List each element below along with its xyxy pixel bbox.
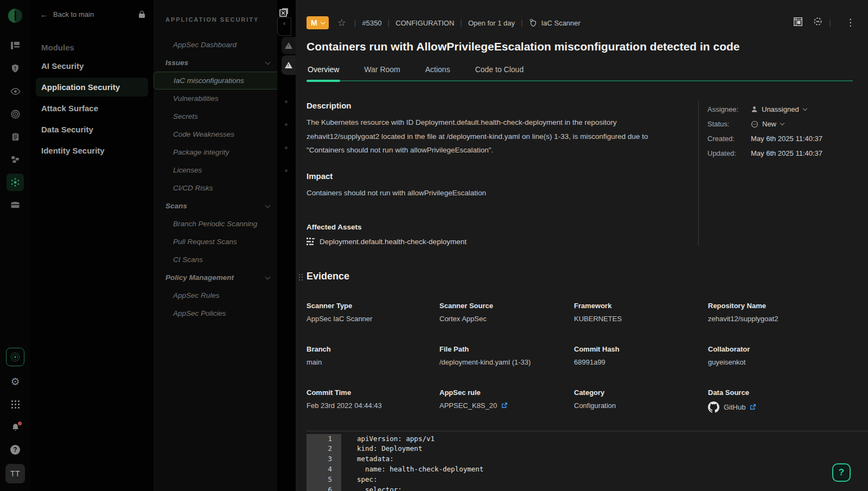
layout-panel-icon[interactable] <box>793 17 803 29</box>
issue-tabs: Overview War Room Actions Code to Cloud <box>307 65 853 81</box>
field-repository-name: Repository Name zehavit12/supplygoat2 <box>708 302 853 323</box>
code-line: 2kind: Deployment <box>307 444 868 454</box>
more-options-kebab-icon[interactable]: ⋮ <box>846 17 855 28</box>
flyout-item-pull-request-scans[interactable]: Pull Request Scans <box>154 233 277 251</box>
undock-panel-icon[interactable] <box>278 6 290 18</box>
sidebar-item-attack-surface[interactable]: Attack Surface <box>36 99 148 118</box>
flyout-item-cicd-risks[interactable]: CI/CD Risks <box>154 179 277 197</box>
field-commit-hash: Commit Hash 68991a99 <box>574 345 708 366</box>
list-bullet <box>285 100 288 103</box>
warning-icon <box>285 42 292 49</box>
app-switcher-icon[interactable] <box>7 396 24 413</box>
help-icon[interactable]: ? <box>7 441 24 458</box>
modules-sidebar: ← Back to main Modules AI Security Appli… <box>30 0 154 491</box>
affected-assets-title: Affected Assets <box>307 223 686 231</box>
chevron-down-icon <box>265 203 271 208</box>
flyout-item-appsec-policies[interactable]: AppSec Policies <box>154 304 277 322</box>
dashboards-icon[interactable] <box>7 37 24 54</box>
flyout-item-iac-misconfigurations[interactable]: IaC misconfigurations <box>154 72 280 90</box>
field-scanner-source: Scanner Source Cortex AppSec <box>439 302 574 323</box>
status-value[interactable]: New <box>751 120 784 128</box>
flyout-group-scans[interactable]: Scans <box>154 197 277 215</box>
tab-war-room[interactable]: War Room <box>363 65 401 80</box>
sidebar-item-ai-security[interactable]: AI Security <box>36 56 148 75</box>
flyout-item-code-weaknesses[interactable]: Code Weaknesses <box>154 125 277 143</box>
back-to-main[interactable]: ← Back to main <box>30 10 154 19</box>
tab-actions[interactable]: Actions <box>424 65 451 80</box>
notifications-bell-icon[interactable] <box>7 418 24 436</box>
assets-blocks-icon[interactable] <box>7 151 24 168</box>
sidebar-item-data-security[interactable]: Data Security <box>36 120 148 139</box>
lock-icon <box>139 11 145 18</box>
app-root: ⚙ ? TT ← Back to main <box>0 0 868 491</box>
cortex-logo[interactable] <box>6 7 24 25</box>
assignee-value[interactable]: Unassigned <box>751 105 807 113</box>
issue-title: Containers run with AllowPrivilegeEscala… <box>307 40 853 53</box>
status-label: Status: <box>707 120 751 128</box>
issue-alert-tab[interactable] <box>282 37 296 54</box>
open-duration: Open for 1 day <box>468 19 515 27</box>
header-actions: | ⋮ <box>783 16 855 29</box>
code-line: 3metadata: <box>307 454 868 464</box>
flyout-item-licenses[interactable]: Licenses <box>154 161 277 179</box>
sidebar-item-application-security[interactable]: Application Security <box>36 78 148 97</box>
issue-details-panel: Assignee: Unassigned Status: New <box>698 101 853 246</box>
flyout-item-appsec-dashboard[interactable]: AppSec Dashboard <box>154 36 277 54</box>
copilot-button[interactable] <box>6 348 24 366</box>
iac-scanner-icon <box>529 19 538 27</box>
severity-badge[interactable]: M <box>307 16 329 29</box>
reports-clipboard-icon[interactable] <box>7 128 24 145</box>
field-commit-time: Commit Time Feb 23rd 2022 04:44:43 <box>307 388 439 413</box>
flyout-item-vulnerabilities[interactable]: Vulnerabilities <box>154 90 277 107</box>
star-favorite-icon[interactable]: ☆ <box>337 17 346 29</box>
settings-gear-icon[interactable]: ⚙ <box>7 373 24 390</box>
description-text: The Kubernetes resource with ID Deployme… <box>307 116 686 157</box>
flyout-group-policy-management[interactable]: Policy Management <box>154 269 277 286</box>
threat-shield-icon[interactable] <box>7 60 24 77</box>
flyout-group-issues[interactable]: Issues <box>154 54 277 72</box>
flyout-item-appsec-rules[interactable]: AppSec Rules <box>154 286 277 304</box>
github-link[interactable]: GitHub <box>724 403 745 411</box>
code-line: 6 selector: <box>307 485 868 491</box>
flyout-item-branch-periodic-scanning[interactable]: Branch Periodic Scanning <box>154 215 277 233</box>
impact-title: Impact <box>307 171 686 181</box>
flyout-item-secrets[interactable]: Secrets <box>154 107 277 125</box>
target-icon[interactable] <box>7 105 24 123</box>
appsec-rule-link[interactable]: APPSEC_K8S_20 <box>439 401 497 410</box>
flyout-item-package-integrity[interactable]: Package integrity <box>154 143 277 161</box>
help-fab-button[interactable]: ? <box>832 463 851 482</box>
inventory-card-icon[interactable] <box>7 196 24 214</box>
code-evidence-viewer[interactable]: 1apiVersion: apps/v1 2kind: Deployment 3… <box>307 431 868 491</box>
external-link-icon[interactable] <box>501 402 508 409</box>
issue-detail-panel: M ☆ | #5350 | CONFIGURATION | Open for 1… <box>296 0 868 491</box>
collapse-panel-button[interactable]: ‹ <box>277 17 291 36</box>
modules-section-label: Modules <box>41 43 154 52</box>
warning-icon <box>285 62 292 68</box>
code-line: 5spec: <box>307 475 868 485</box>
field-data-source: Data Source GitHub <box>708 388 853 413</box>
field-category: Category Configuration <box>574 388 708 413</box>
list-bullet <box>285 123 288 126</box>
affected-asset-row[interactable]: Deployment.default.health-check-deployme… <box>307 238 686 246</box>
visibility-eye-icon[interactable] <box>7 82 24 100</box>
field-file-path: File Path /deployment-kind.yaml (1-33) <box>439 345 574 366</box>
chevron-down-icon <box>265 60 271 65</box>
tab-overview[interactable]: Overview <box>307 65 340 80</box>
issue-alert-tab-selected[interactable] <box>282 55 296 75</box>
field-framework: Framework KUBERNETES <box>574 302 708 323</box>
application-security-flyout: APPLICATION SECURITY AppSec Dashboard Is… <box>154 0 277 491</box>
assignee-label: Assignee: <box>707 105 751 113</box>
user-avatar[interactable]: TT <box>5 464 25 483</box>
tab-code-to-cloud[interactable]: Code to Cloud <box>474 65 525 80</box>
chevron-down-icon <box>802 106 807 111</box>
sidebar-item-identity-security[interactable]: Identity Security <box>36 141 148 160</box>
scanner-name: IaC Scanner <box>541 19 580 27</box>
drag-handle[interactable] <box>299 274 303 281</box>
focus-snap-icon[interactable] <box>813 16 823 29</box>
scanner-chip: IaC Scanner <box>529 19 580 27</box>
created-value: May 6th 2025 11:40:37 <box>751 135 822 143</box>
field-collaborator: Collaborator guyeisenkot <box>708 345 853 366</box>
external-link-icon[interactable] <box>750 404 756 410</box>
application-security-module-icon[interactable] <box>7 174 24 191</box>
flyout-item-ci-scans[interactable]: CI Scans <box>154 251 277 269</box>
